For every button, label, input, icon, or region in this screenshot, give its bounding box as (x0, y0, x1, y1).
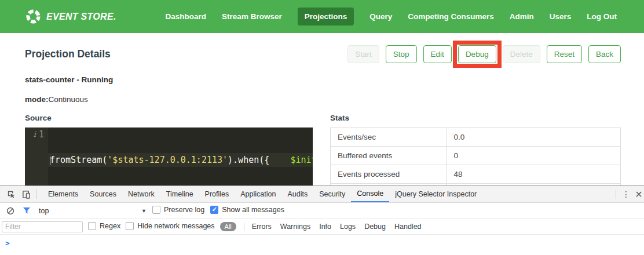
device-toolbar-icon[interactable] (19, 186, 34, 202)
devtools-panel: ElementsSourcesNetworkTimelineProfilesAp… (0, 185, 644, 255)
page-content: Projection Details StartStopEditDebugDel… (0, 33, 644, 185)
detail-columns: Source i 1 fromStream('$stats-127.0.0.1:… (25, 114, 621, 185)
info-icon: i (34, 128, 36, 141)
devtools-tab-security[interactable]: Security (313, 186, 351, 202)
stat-value: 0 (447, 147, 621, 165)
execution-context-selector[interactable]: top ▼ (39, 207, 147, 215)
nav-item-projections[interactable]: Projections (298, 8, 354, 26)
preserve-log-checkbox[interactable]: Preserve log (152, 206, 204, 214)
projection-status: stats-counter - Running (25, 75, 621, 84)
clear-console-icon[interactable] (5, 207, 16, 215)
editor-gutter: i 1 (25, 128, 48, 185)
hide-network-messages-checkbox-box[interactable] (126, 222, 134, 230)
debug-button[interactable]: Debug (458, 45, 496, 63)
nav-item-stream-browser[interactable]: Stream Browser (222, 8, 282, 26)
filter-level-info[interactable]: Info (319, 223, 331, 231)
code-tokens: fromStream('$stats-127.0.0.1:2113').when… (50, 155, 313, 165)
reset-button[interactable]: Reset (547, 45, 582, 63)
inspect-element-glyph (6, 190, 16, 199)
devtools-menu-icon[interactable]: ⋮ (619, 186, 634, 202)
devtools-tab-network[interactable]: Network (122, 186, 160, 202)
stats-row: Buffered events0 (331, 147, 621, 165)
filter-level-handled[interactable]: Handled (394, 223, 422, 231)
filter-level-warnings[interactable]: Warnings (280, 223, 310, 231)
title-row: Projection Details StartStopEditDebugDel… (25, 45, 621, 63)
back-button[interactable]: Back (588, 45, 621, 63)
devtools-tab-timeline[interactable]: Timeline (160, 186, 199, 202)
hide-network-slot: Hide network messages (126, 222, 214, 232)
filter-level-debug[interactable]: Debug (364, 223, 386, 231)
inspect-element-icon[interactable] (3, 186, 19, 202)
mode-label: mode: (25, 95, 49, 104)
nav-item-dashboard[interactable]: Dashboard (166, 8, 207, 26)
stats-row: Events/sec0.0 (331, 128, 621, 147)
regex-slot: Regex (88, 222, 120, 232)
divider (616, 190, 616, 199)
delete-button-wrap: Delete (503, 45, 540, 63)
stop-button[interactable]: Stop (386, 45, 417, 63)
event-store-app: EVENT STORE. DashboardStream BrowserProj… (0, 0, 644, 255)
main-nav: DashboardStream BrowserProjectionsQueryC… (166, 8, 617, 26)
nav-item-admin[interactable]: Admin (510, 8, 534, 26)
code-token: '$stats-127.0.0.1:2113' (107, 155, 228, 165)
event-store-logo-icon (25, 9, 41, 24)
devtools-tab-sources[interactable]: Sources (84, 186, 122, 202)
filter-icon[interactable] (21, 207, 32, 214)
stats-table: Events/sec0.0Buffered events0Events proc… (330, 128, 621, 185)
show-all-messages-checkbox-box[interactable] (210, 206, 218, 214)
start-button-wrap: Start (347, 45, 379, 63)
nav-item-query[interactable]: Query (369, 8, 392, 26)
regex-checkbox-label: Regex (100, 222, 120, 230)
devtools-tab-application[interactable]: Application (235, 186, 281, 202)
devtools-tab-audits[interactable]: Audits (281, 186, 313, 202)
stats-label: Stats (330, 114, 621, 122)
reset-button-wrap: Reset (547, 45, 582, 63)
code-area: fromStream('$stats-127.0.0.1:2113').when… (48, 128, 313, 185)
filter-level-logs[interactable]: Logs (340, 223, 356, 231)
devtools-tab-elements[interactable]: Elements (42, 186, 84, 202)
show-all-messages-checkbox-label: Show all messages (222, 206, 284, 214)
console-toolbar: top ▼ Preserve log Show all messages (0, 203, 644, 219)
stat-value: 0.0 (447, 128, 621, 147)
code-editor[interactable]: i 1 fromStream('$stats-127.0.0.1:2113').… (25, 128, 313, 185)
console-filter-bar: Regex Hide network messages All ErrorsWa… (0, 219, 644, 235)
edit-button[interactable]: Edit (423, 45, 452, 63)
hide-network-messages-checkbox-label: Hide network messages (137, 222, 214, 230)
source-label: Source (25, 114, 313, 122)
line-number: 1 (39, 128, 44, 141)
hide-network-messages-checkbox[interactable]: Hide network messages (126, 222, 214, 230)
stats-section: Stats Events/sec0.0Buffered events0Event… (330, 114, 621, 185)
devtools-tabbar-controls: ⋮ ✕ (613, 186, 644, 202)
regex-checkbox-box[interactable] (88, 222, 96, 230)
nav-item-users[interactable]: Users (550, 8, 572, 26)
devtools-tab-console[interactable]: Console (351, 186, 389, 202)
nav-item-log-out[interactable]: Log Out (587, 8, 617, 26)
preserve-log-checkbox-box[interactable] (152, 206, 160, 214)
devtools-close-icon[interactable]: ✕ (634, 186, 644, 202)
event-store-logo[interactable]: EVENT STORE. (25, 9, 116, 24)
regex-checkbox[interactable]: Regex (88, 222, 120, 230)
edit-button-wrap: Edit (423, 45, 452, 63)
devtools-tab-profiles[interactable]: Profiles (199, 186, 235, 202)
divider (36, 190, 36, 199)
delete-button: Delete (503, 45, 540, 63)
stat-name: Events/sec (331, 128, 447, 147)
nav-item-competing-consumers[interactable]: Competing Consumers (408, 8, 494, 26)
devtools-tabs: ElementsSourcesNetworkTimelineProfilesAp… (42, 186, 482, 202)
console-output[interactable]: > (0, 235, 644, 255)
filter-level-all[interactable]: All (220, 222, 236, 231)
start-button: Start (347, 45, 379, 63)
console-filter-input[interactable] (2, 221, 83, 232)
mode-value: Continuous (49, 95, 88, 104)
top-nav-bar: EVENT STORE. DashboardStream BrowserProj… (0, 0, 644, 33)
code-token: fromStream( (50, 155, 107, 165)
filter-levels: ErrorsWarningsInfoLogsDebugHandled (252, 223, 422, 231)
devtools-tab-jquery-selector-inspector[interactable]: jQuery Selector Inspector (389, 186, 482, 202)
stop-button-wrap: Stop (386, 45, 417, 63)
filter-level-errors[interactable]: Errors (252, 223, 272, 231)
code-token: $init: (290, 155, 313, 165)
show-all-messages-checkbox[interactable]: Show all messages (210, 206, 284, 214)
clear-console-glyph (6, 207, 14, 215)
stats-row: Events processed48 (331, 165, 621, 184)
stat-name: Buffered events (331, 147, 447, 165)
